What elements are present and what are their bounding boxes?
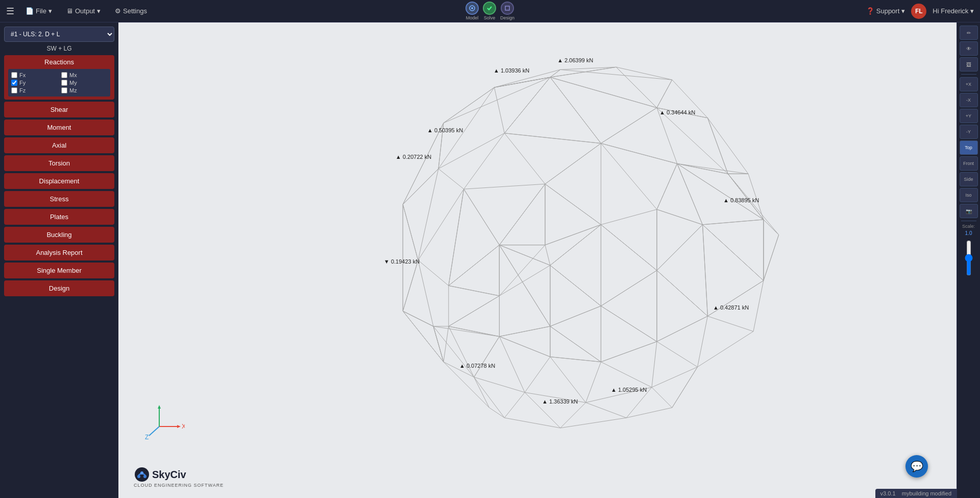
hi-user-text: Hi Frederick: [933, 7, 968, 15]
top-view-button[interactable]: Top: [960, 140, 978, 155]
file-label: File: [36, 7, 46, 15]
topbar: ☰ 📄 File ▾ 🖥 Output ▾ ⚙ Settings Model S…: [0, 0, 980, 22]
svg-marker-64: [525, 392, 585, 428]
svg-marker-47: [601, 225, 656, 306]
svg-point-1: [471, 7, 473, 9]
moment-button[interactable]: Moment: [4, 120, 114, 135]
svg-marker-58: [499, 245, 550, 296]
svg-marker-35: [764, 220, 779, 280]
svg-point-92: [137, 475, 140, 478]
svg-marker-22: [601, 144, 677, 209]
svg-marker-15: [504, 77, 601, 143]
svg-marker-67: [545, 184, 601, 245]
fy-checkbox[interactable]: [11, 80, 17, 86]
svg-marker-41: [702, 220, 763, 280]
shear-button[interactable]: Shear: [4, 102, 114, 117]
chat-bubble[interactable]: 💬: [905, 455, 928, 478]
svg-marker-46: [601, 209, 656, 270]
hi-user-label[interactable]: Hi Frederick ▾: [933, 7, 974, 15]
canvas-area[interactable]: ▲ 2.06399 kN ▲ 1.03936 kN ▲ 0.34644 kN ▲…: [118, 22, 957, 498]
output-menu[interactable]: 🖥 Output ▾: [63, 5, 104, 17]
file-menu[interactable]: 📄 File ▾: [22, 5, 55, 17]
svg-marker-85: [177, 425, 181, 428]
svg-marker-49: [601, 306, 656, 362]
design-button[interactable]: Design: [4, 280, 114, 296]
svg-marker-30: [499, 337, 550, 392]
svg-line-77: [489, 408, 504, 418]
reactions-title: Reactions: [8, 58, 110, 66]
torsion-button[interactable]: Torsion: [4, 155, 114, 171]
my-checkbox[interactable]: [61, 80, 67, 86]
fx-checkbox[interactable]: [11, 72, 17, 78]
support-button[interactable]: ❓ Support ▾: [866, 7, 905, 15]
svg-line-79: [560, 418, 626, 428]
displacement-button[interactable]: Displacement: [4, 173, 114, 189]
side-view-button[interactable]: Side: [960, 172, 978, 186]
model-mode-btn[interactable]: Model: [465, 2, 479, 20]
pencil-tool-button[interactable]: ✏: [960, 26, 978, 40]
minus-y-button[interactable]: -Y: [960, 125, 978, 139]
stress-button[interactable]: Stress: [4, 191, 114, 207]
svg-marker-13: [403, 169, 438, 260]
main-layout: #1 - ULS: 2. D + L SW + LG Reactions Fx …: [0, 22, 980, 498]
skyciv-logo: SkyCiv CLOUD ENGINEERING SOFTWARE: [134, 466, 224, 488]
sidebar: #1 - ULS: 2. D + L SW + LG Reactions Fx …: [0, 22, 118, 498]
svg-marker-24: [464, 184, 545, 245]
model-label: Model: [466, 15, 479, 20]
front-view-button[interactable]: Front: [960, 156, 978, 171]
fx-checkbox-item: Fx: [11, 72, 57, 78]
skyciv-subtext: CLOUD ENGINEERING SOFTWARE: [134, 483, 224, 488]
image-tool-button[interactable]: 🖼: [960, 57, 978, 72]
iso-view-button[interactable]: Iso: [960, 188, 978, 202]
svg-marker-27: [403, 204, 418, 311]
mz-checkbox[interactable]: [61, 87, 67, 93]
svg-marker-21: [677, 163, 748, 174]
fz-label: Fz: [19, 87, 26, 93]
combo-select[interactable]: #1 - ULS: 2. D + L: [4, 27, 114, 42]
svg-marker-57: [449, 245, 500, 296]
scale-slider-container: [965, 238, 973, 278]
solve-mode-btn[interactable]: Solve: [483, 2, 496, 20]
minus-x-button[interactable]: -X: [960, 93, 978, 107]
fz-checkbox-item: Fz: [11, 87, 57, 93]
settings-menu[interactable]: ⚙ Settings: [112, 5, 150, 17]
plates-button[interactable]: Plates: [4, 209, 114, 225]
analysis-report-button[interactable]: Analysis Report: [4, 245, 114, 260]
single-member-button[interactable]: Single Member: [4, 263, 114, 278]
svg-marker-36: [764, 220, 779, 280]
top-right: ❓ Support ▾ FL Hi Frederick ▾: [866, 4, 974, 19]
svg-marker-18: [657, 108, 728, 174]
settings-label: Settings: [123, 7, 147, 15]
svg-marker-59: [449, 286, 500, 326]
checkbox-grid: Fx Mx Fy My Fz: [8, 69, 110, 97]
svg-marker-14: [438, 133, 504, 189]
fy-checkbox-item: Fy: [11, 80, 57, 86]
svg-marker-6: [616, 67, 672, 108]
svg-marker-32: [601, 342, 656, 388]
design-circle: [501, 2, 514, 15]
svg-marker-3: [444, 77, 550, 123]
eye-tool-button[interactable]: 👁: [960, 41, 978, 56]
svg-text:Z: Z: [145, 434, 149, 441]
file-chevron-icon: ▾: [48, 7, 52, 15]
svg-marker-4: [494, 69, 560, 87]
reactions-panel: Reactions Fx Mx Fy My: [4, 55, 114, 100]
svg-marker-33: [657, 316, 708, 367]
mx-checkbox[interactable]: [61, 72, 67, 78]
scale-slider[interactable]: [965, 240, 973, 276]
buckling-button[interactable]: Buckling: [4, 227, 114, 243]
mz-checkbox-item: Mz: [61, 87, 107, 93]
design-mode-btn[interactable]: Design: [500, 2, 514, 20]
user-avatar[interactable]: FL: [911, 4, 926, 19]
toolbar-divider-2: [961, 221, 976, 221]
solve-label: Solve: [484, 15, 496, 20]
right-toolbar: ✏ 👁 🖼 +X -X +Y -Y Top Front Side Iso 📷 S…: [957, 22, 980, 498]
svg-marker-43: [657, 209, 703, 270]
screenshot-button[interactable]: 📷: [960, 204, 978, 218]
plus-y-button[interactable]: +Y: [960, 109, 978, 123]
plus-x-button[interactable]: +X: [960, 77, 978, 91]
fx-label: Fx: [19, 72, 26, 78]
fz-checkbox[interactable]: [11, 87, 17, 93]
axial-button[interactable]: Axial: [4, 137, 114, 153]
hamburger-menu[interactable]: ☰: [6, 6, 14, 17]
